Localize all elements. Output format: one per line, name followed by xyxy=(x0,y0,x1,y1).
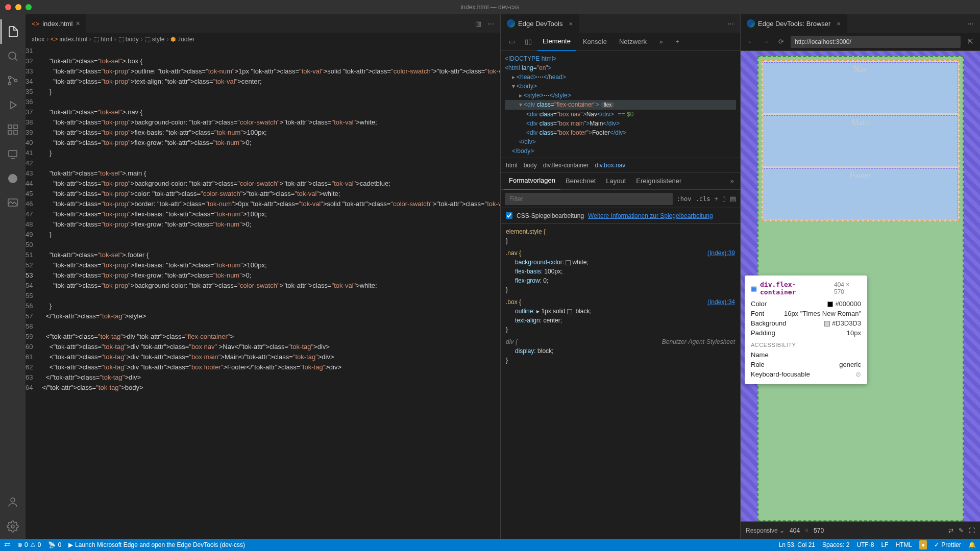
device-width[interactable]: 404 xyxy=(790,527,800,534)
more-tabs-icon[interactable]: » xyxy=(727,177,737,185)
devtools-panel: Edge DevTools × ⋯ ▭ ▯▯ Elemente Konsole … xyxy=(500,14,740,539)
notifications-icon[interactable]: 🔔 xyxy=(968,541,976,548)
run-debug-icon[interactable] xyxy=(1,93,25,117)
tab-event-listeners[interactable]: Ereignislistener xyxy=(631,172,687,190)
svg-rect-7 xyxy=(14,131,17,134)
breadcrumb[interactable]: xbox› <>index.html› ⬚html› ⬚body› ⬚style… xyxy=(26,33,500,46)
device-mode[interactable]: Responsive ⌄ xyxy=(746,527,785,534)
tab-elements[interactable]: Elemente xyxy=(537,33,576,51)
screenshot-icon[interactable]: ✎ xyxy=(959,527,964,534)
page-flex-container: Nav Main Footer xyxy=(762,60,960,221)
reload-icon[interactable]: ⟳ xyxy=(775,38,787,45)
search-icon[interactable] xyxy=(1,44,25,68)
editor-tab-index[interactable]: <> index.html × xyxy=(26,14,87,33)
editor-group: <> index.html × ▥ ⋯ xbox› <>index.html› … xyxy=(26,14,500,539)
styles-tabs: Formatvorlagen Berechnet Layout Ereignis… xyxy=(501,172,740,190)
more-actions-icon[interactable]: ⋯ xyxy=(727,20,734,28)
gallery-icon[interactable] xyxy=(1,191,25,215)
close-window[interactable] xyxy=(5,4,11,10)
page-main: Main xyxy=(764,115,958,166)
activity-bar xyxy=(0,14,26,539)
tab-console[interactable]: Konsole xyxy=(578,33,612,51)
tab-network[interactable]: Netzwerk xyxy=(614,33,652,51)
source-control-icon[interactable] xyxy=(1,68,25,93)
svg-rect-4 xyxy=(8,125,12,129)
browser-viewport[interactable]: Nav Main Footer ▦ div.flex-container 404… xyxy=(741,51,980,521)
css-mirror-checkbox[interactable] xyxy=(506,212,512,219)
status-bar: ⮂ ⊗ 0 ⚠ 0 📡 0 ▶ Launch Microsoft Edge an… xyxy=(0,539,980,551)
new-style-rule-icon[interactable]: + xyxy=(714,195,718,203)
filter-input[interactable] xyxy=(505,193,673,205)
launch-edge[interactable]: ▶ Launch Microsoft Edge and open the Edg… xyxy=(68,541,245,548)
svg-point-1 xyxy=(9,77,11,79)
window-controls xyxy=(5,4,32,10)
errors-warnings[interactable]: ⊗ 0 ⚠ 0 xyxy=(17,541,41,548)
explorer-icon[interactable] xyxy=(1,19,25,44)
cls-toggle[interactable]: .cls xyxy=(696,195,710,203)
new-tab-icon[interactable]: + xyxy=(670,35,684,49)
copy-styles-icon[interactable]: ▯ xyxy=(722,195,726,203)
fullscreen-icon[interactable]: ⛶ xyxy=(969,527,975,534)
browser-toolbar: ← → ⟳ ⇱ xyxy=(741,33,980,51)
remote-icon[interactable] xyxy=(1,142,25,166)
edge-tools-icon[interactable] xyxy=(1,166,25,191)
tab-styles[interactable]: Formatvorlagen xyxy=(504,172,560,190)
language-mode[interactable]: HTML xyxy=(895,541,912,548)
more-tabs-icon[interactable]: » xyxy=(654,35,668,49)
indentation[interactable]: Spaces: 2 xyxy=(822,541,849,548)
settings-icon[interactable] xyxy=(1,514,25,539)
svg-point-9 xyxy=(8,174,17,183)
svg-point-3 xyxy=(15,80,17,82)
tab-layout[interactable]: Layout xyxy=(601,172,631,190)
eol[interactable]: LF xyxy=(881,541,888,548)
tab-computed[interactable]: Berechnet xyxy=(560,172,601,190)
device-toggle-icon[interactable]: ▯▯ xyxy=(521,35,535,49)
more-actions-icon[interactable]: ⋯ xyxy=(487,20,494,28)
split-editor-icon[interactable]: ▥ xyxy=(475,20,481,28)
remote-indicator[interactable]: ⮂ xyxy=(4,541,10,548)
rotate-icon[interactable]: ⇄ xyxy=(948,527,953,534)
styles-rules[interactable]: element.style {}.nav {(Index):39backgrou… xyxy=(501,224,740,539)
close-icon[interactable]: × xyxy=(837,20,841,28)
svg-point-0 xyxy=(9,52,16,59)
toggle-sidebar-icon[interactable]: ▤ xyxy=(730,195,736,203)
close-icon[interactable]: × xyxy=(569,20,573,28)
edge-status-icon[interactable]: ● xyxy=(919,540,927,549)
browser-panel: Edge DevTools: Browser × ⋯ ← → ⟳ ⇱ Nav M… xyxy=(740,14,980,539)
inspect-tooltip: ▦ div.flex-container 404 × 570 Color#000… xyxy=(745,276,867,384)
edge-icon xyxy=(507,19,515,28)
hov-toggle[interactable]: :hov xyxy=(677,195,692,203)
forward-icon[interactable]: → xyxy=(760,38,771,45)
svg-point-2 xyxy=(9,83,11,85)
edge-icon xyxy=(747,19,755,28)
filter-row: :hov .cls + ▯ ▤ xyxy=(501,190,740,208)
css-mirror-label: CSS-Spiegelbearbeitung xyxy=(517,212,584,219)
titlebar: index.html — dev-css xyxy=(0,0,980,14)
dom-tree[interactable]: <!DOCTYPE html><html lang="en">▸<head>⋯<… xyxy=(501,51,740,158)
device-height[interactable]: 570 xyxy=(814,527,824,534)
open-external-icon[interactable]: ⇱ xyxy=(965,38,976,45)
account-icon[interactable] xyxy=(1,490,25,514)
cursor-position[interactable]: Ln 53, Col 21 xyxy=(779,541,815,548)
css-mirror-link[interactable]: Weitere Informationen zur Spiegelbearbei… xyxy=(588,212,713,219)
browser-tab[interactable]: Edge DevTools: Browser × xyxy=(741,14,847,33)
svg-rect-8 xyxy=(9,151,17,157)
prettier-status[interactable]: ✓ Prettier xyxy=(934,541,961,548)
encoding[interactable]: UTF-8 xyxy=(856,541,874,548)
url-input[interactable] xyxy=(791,36,961,48)
device-bar: Responsive ⌄ 404 × 570 ⇄ ✎ ⛶ xyxy=(741,521,980,539)
back-icon[interactable]: ← xyxy=(745,38,756,45)
more-actions-icon[interactable]: ⋯ xyxy=(967,20,974,28)
maximize-window[interactable] xyxy=(26,4,32,10)
code-editor[interactable]: 3132333435363738394041424344454647484950… xyxy=(26,46,500,539)
port-forward[interactable]: 📡 0 xyxy=(48,541,61,548)
css-mirror-row: CSS-Spiegelbearbeitung Weitere Informati… xyxy=(501,208,740,224)
inspect-element-icon[interactable]: ▭ xyxy=(505,35,519,49)
devtools-tab[interactable]: Edge DevTools × xyxy=(501,14,579,33)
dom-breadcrumb[interactable]: html body div.flex-container div.box.nav xyxy=(501,158,740,172)
extensions-icon[interactable] xyxy=(1,117,25,142)
svg-rect-6 xyxy=(8,131,12,134)
minimize-window[interactable] xyxy=(15,4,21,10)
close-icon[interactable]: × xyxy=(76,19,80,28)
svg-point-11 xyxy=(11,498,15,502)
